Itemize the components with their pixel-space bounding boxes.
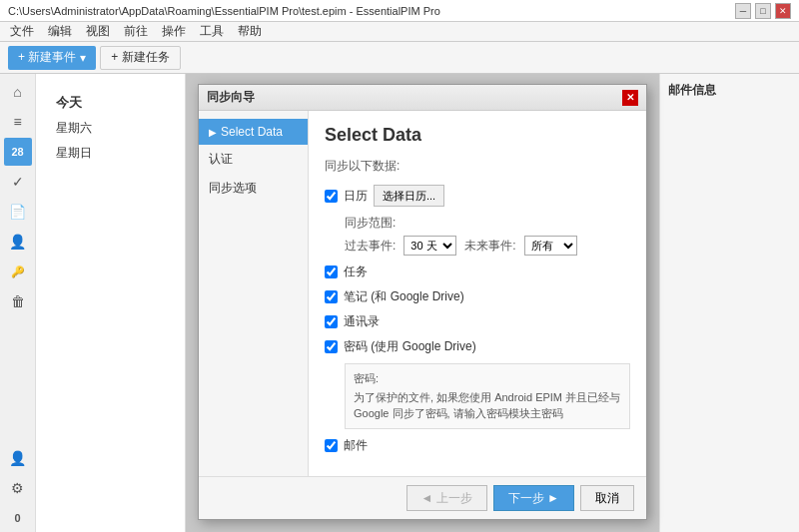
password-infobox-text: 为了保护的文件, 如果您使用 Android EPIM 并且已经与 Google… <box>354 391 620 420</box>
tasks-option-row: 任务 <box>325 264 630 280</box>
title-bar: C:\Users\Administrator\AppData\Roaming\E… <box>0 0 799 22</box>
future-events-select[interactable]: 所有 7 天 14 天 <box>524 236 577 256</box>
home-icon[interactable]: ⌂ <box>4 78 32 106</box>
menu-tools[interactable]: 工具 <box>194 22 230 41</box>
menu-help[interactable]: 帮助 <box>232 22 268 41</box>
toolbar: + 新建事件 ▾ + 新建任务 <box>0 42 799 74</box>
contacts-checkbox[interactable] <box>325 315 338 328</box>
menu-bar: 文件 编辑 视图 前往 操作 工具 帮助 <box>0 22 799 42</box>
back-button[interactable]: ◄ 上一步 <box>406 485 487 511</box>
nav-panel: 今天 星期六 星期日 <box>36 74 186 532</box>
password-infobox-title: 密码: <box>354 370 621 387</box>
content-area: 同步向导 ✕ ▶ Select Data 认证 <box>186 74 659 532</box>
right-panel: 邮件信息 <box>659 74 799 532</box>
modal-main-content: Select Data 同步以下数据: 日历 选择日历... 同步范围: <box>309 111 646 476</box>
trash-icon[interactable]: 🗑 <box>4 287 32 315</box>
new-task-label: + 新建任务 <box>111 49 169 66</box>
notes-option-row: 笔记 (和 Google Drive) <box>325 288 630 305</box>
user-icon[interactable]: 👤 <box>4 444 32 472</box>
contact-icon[interactable]: 👤 <box>4 228 32 256</box>
task-check-icon[interactable]: ✓ <box>4 168 32 196</box>
window-title: C:\Users\Administrator\AppData\Roaming\E… <box>8 5 440 17</box>
modal-close-button[interactable]: ✕ <box>622 90 638 106</box>
calendar-label: 日历 <box>344 188 368 205</box>
modal-subtitle: 同步以下数据: <box>325 158 630 175</box>
new-event-button[interactable]: + 新建事件 ▾ <box>8 46 96 70</box>
cancel-button[interactable]: 取消 <box>580 485 634 511</box>
past-events-label: 过去事件: <box>345 238 396 255</box>
menu-action[interactable]: 操作 <box>156 22 192 41</box>
modal-heading: Select Data <box>325 125 630 146</box>
right-panel-title: 邮件信息 <box>668 82 791 99</box>
notes-checkbox[interactable] <box>325 290 338 303</box>
passwords-label: 密码 (使用 Google Drive) <box>344 338 476 355</box>
menu-edit[interactable]: 编辑 <box>42 22 78 41</box>
minimize-button[interactable]: ─ <box>735 3 751 19</box>
sunday-item[interactable]: 星期日 <box>44 141 177 166</box>
calendar-icon[interactable]: 28 <box>4 138 32 166</box>
contacts-label: 通讯录 <box>344 313 380 330</box>
sync-options-label: 同步选项 <box>209 180 257 197</box>
new-event-label: + 新建事件 <box>18 49 76 66</box>
select-calendar-button[interactable]: 选择日历... <box>374 185 444 207</box>
select-data-label: Select Data <box>221 125 283 139</box>
calendar-list-icon[interactable]: ≡ <box>4 108 32 136</box>
password-icon[interactable]: 🔑 <box>4 258 32 285</box>
notes-label: 笔记 (和 Google Drive) <box>344 288 464 305</box>
saturday-item[interactable]: 星期六 <box>44 116 177 141</box>
past-events-select[interactable]: 30 天 7 天 14 天 60 天 <box>403 236 456 256</box>
mail-checkbox[interactable] <box>325 439 338 452</box>
modal-title: 同步向导 <box>207 89 255 106</box>
calendar-option-row: 日历 选择日历... <box>325 185 630 207</box>
menu-view[interactable]: 视图 <box>80 22 116 41</box>
passwords-checkbox[interactable] <box>325 340 338 353</box>
tasks-label: 任务 <box>344 264 368 280</box>
past-events-row: 过去事件: 30 天 7 天 14 天 60 天 未来事件: 所有 <box>345 236 630 256</box>
menu-goto[interactable]: 前往 <box>118 22 154 41</box>
info-icon[interactable]: 0 <box>4 504 32 532</box>
title-bar-controls: ─ □ ✕ <box>735 3 791 19</box>
menu-file[interactable]: 文件 <box>4 22 40 41</box>
settings-icon[interactable]: ⚙ <box>4 474 32 502</box>
future-events-label: 未来事件: <box>464 238 515 255</box>
close-button[interactable]: ✕ <box>775 3 791 19</box>
note-icon[interactable]: 📄 <box>4 198 32 226</box>
calendar-area: 今天 星期六 星期日 <box>36 82 185 174</box>
main-layout: ⌂ ≡ 28 ✓ 📄 👤 🔑 🗑 👤 ⚙ 0 今天 星期六 星期日 同步向导 ✕ <box>0 74 799 532</box>
modal-titlebar: 同步向导 ✕ <box>199 85 646 111</box>
calendar-checkbox[interactable] <box>325 190 338 203</box>
contacts-option-row: 通讯录 <box>325 313 630 330</box>
calendar-suboptions: 同步范围: 过去事件: 30 天 7 天 14 天 60 天 未来事件: <box>345 215 630 256</box>
modal-overlay: 同步向导 ✕ ▶ Select Data 认证 <box>186 74 659 532</box>
modal-body: ▶ Select Data 认证 同步选项 Select Data 同 <box>199 111 646 476</box>
next-button[interactable]: 下一步 ► <box>493 485 574 511</box>
sidebar-select-data[interactable]: ▶ Select Data <box>199 119 308 145</box>
modal-sidebar: ▶ Select Data 认证 同步选项 <box>199 111 309 476</box>
maximize-button[interactable]: □ <box>755 3 771 19</box>
new-task-button[interactable]: + 新建任务 <box>100 46 180 70</box>
sync-wizard-dialog: 同步向导 ✕ ▶ Select Data 认证 <box>198 84 647 520</box>
modal-footer: ◄ 上一步 下一步 ► 取消 <box>199 476 646 519</box>
today-label: 今天 <box>44 90 177 116</box>
password-infobox: 密码: 为了保护的文件, 如果您使用 Android EPIM 并且已经与 Go… <box>345 363 630 429</box>
sync-range-label: 同步范围: <box>345 215 630 232</box>
tasks-checkbox[interactable] <box>325 266 338 278</box>
new-event-dropdown-icon[interactable]: ▾ <box>80 51 86 65</box>
passwords-option-row: 密码 (使用 Google Drive) <box>325 338 630 355</box>
mail-option-row: 邮件 <box>325 437 630 454</box>
mail-label: 邮件 <box>344 437 368 454</box>
sidebar-auth[interactable]: 认证 <box>199 145 308 174</box>
chevron-right-icon: ▶ <box>209 127 217 138</box>
sidebar-sync-options[interactable]: 同步选项 <box>199 174 308 203</box>
sidebar-icons: ⌂ ≡ 28 ✓ 📄 👤 🔑 🗑 👤 ⚙ 0 <box>0 74 36 532</box>
auth-label: 认证 <box>209 151 233 168</box>
